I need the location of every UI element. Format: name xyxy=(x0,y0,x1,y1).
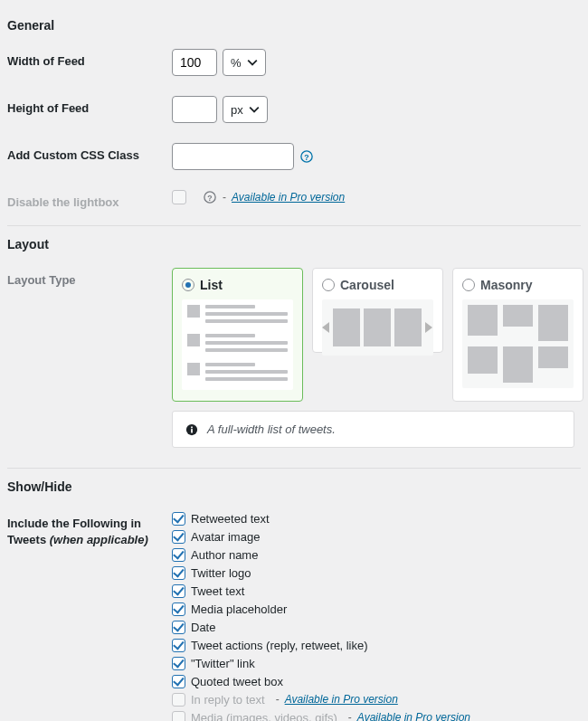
include-item[interactable]: Retweeted text xyxy=(172,510,470,527)
layout-list-label: List xyxy=(200,278,223,292)
radio-carousel[interactable] xyxy=(322,279,335,291)
section-showhide-title: Show/Hide xyxy=(7,479,581,494)
layout-carousel-thumb xyxy=(322,299,433,356)
height-input[interactable] xyxy=(172,96,217,123)
checkbox[interactable] xyxy=(172,639,185,652)
chevron-down-icon xyxy=(249,104,260,115)
include-item[interactable]: Tweet text xyxy=(172,583,470,599)
layout-masonry-label: Masonry xyxy=(480,278,533,292)
svg-text:?: ? xyxy=(304,153,308,162)
css-class-input[interactable] xyxy=(172,143,294,170)
checkbox[interactable] xyxy=(172,512,185,526)
include-item[interactable]: Date xyxy=(172,619,470,635)
radio-list[interactable] xyxy=(182,279,194,291)
include-item[interactable]: "Twitter" link xyxy=(172,655,470,671)
height-unit-select[interactable]: px xyxy=(223,96,268,123)
dash: - xyxy=(276,693,280,706)
include-label: Include the Following in Tweets (when ap… xyxy=(7,510,172,548)
include-item[interactable]: Media placeholder xyxy=(172,601,470,617)
include-item[interactable]: Avatar image xyxy=(172,528,470,545)
lightbox-checkbox xyxy=(172,190,186,204)
checkbox[interactable] xyxy=(172,675,185,688)
checkbox[interactable] xyxy=(172,584,185,598)
svg-rect-5 xyxy=(191,429,193,432)
svg-text:?: ? xyxy=(207,194,212,203)
pro-version-link[interactable]: Available in Pro version xyxy=(232,191,345,204)
checkbox[interactable] xyxy=(172,621,185,634)
include-item-label: Avatar image xyxy=(191,530,260,544)
checkbox[interactable] xyxy=(172,602,185,616)
dash: - xyxy=(223,191,226,204)
include-item[interactable]: Quoted tweet box xyxy=(172,673,470,689)
css-class-label: Add Custom CSS Class xyxy=(7,143,172,162)
width-input[interactable] xyxy=(172,49,217,76)
include-item-label: "Twitter" link xyxy=(191,657,255,670)
include-item: Media (images, videos, gifs) - Available… xyxy=(172,709,470,721)
layout-list-thumb xyxy=(182,299,293,390)
layout-option-carousel[interactable]: Carousel xyxy=(312,268,443,353)
checkbox[interactable] xyxy=(172,530,185,544)
width-label: Width of Feed xyxy=(7,49,172,68)
chevron-down-icon xyxy=(247,57,258,68)
include-item[interactable]: Twitter logo xyxy=(172,564,470,581)
layout-option-list[interactable]: List xyxy=(172,268,303,402)
layout-carousel-label: Carousel xyxy=(340,278,394,292)
include-item-label: Quoted tweet box xyxy=(191,675,283,688)
checkbox[interactable] xyxy=(172,566,185,580)
pro-version-link[interactable]: Available in Pro version xyxy=(357,711,470,721)
include-item-label: In reply to text xyxy=(191,693,265,707)
include-item-label: Media placeholder xyxy=(191,602,287,616)
checkbox[interactable] xyxy=(172,657,185,670)
width-unit-value: % xyxy=(231,56,242,70)
divider xyxy=(7,468,581,469)
pro-version-link[interactable]: Available in Pro version xyxy=(285,693,398,706)
radio-masonry[interactable] xyxy=(462,279,475,291)
include-item-label: Twitter logo xyxy=(191,566,251,580)
info-icon xyxy=(185,423,198,436)
layout-description: A full-width list of tweets. xyxy=(172,411,574,448)
height-label: Height of Feed xyxy=(7,96,172,115)
include-item-label: Date xyxy=(191,621,215,634)
include-item-label: Media (images, videos, gifs) xyxy=(191,711,337,722)
include-item-label: Author name xyxy=(191,548,258,562)
help-icon[interactable]: ? xyxy=(299,149,314,164)
width-unit-select[interactable]: % xyxy=(223,49,266,76)
section-layout-title: Layout xyxy=(7,237,581,251)
checkbox xyxy=(172,693,185,707)
help-icon[interactable]: ? xyxy=(203,190,217,204)
lightbox-label: Disable the lightbox xyxy=(7,190,172,209)
include-checklist: Retweeted textAvatar imageAuthor nameTwi… xyxy=(172,510,470,721)
layout-description-text: A full-width list of tweets. xyxy=(207,422,336,436)
checkbox[interactable] xyxy=(172,548,185,562)
layout-type-label: Layout Type xyxy=(7,268,172,287)
svg-rect-6 xyxy=(191,426,193,428)
dash: - xyxy=(348,711,352,721)
checkbox xyxy=(172,711,185,722)
divider xyxy=(7,225,581,226)
layout-option-masonry[interactable]: Masonry xyxy=(452,268,583,402)
include-item[interactable]: Tweet actions (reply, retweet, like) xyxy=(172,637,470,653)
include-item: In reply to text - Available in Pro vers… xyxy=(172,691,470,707)
height-unit-value: px xyxy=(231,103,243,117)
include-item[interactable]: Author name xyxy=(172,546,470,563)
include-item-label: Tweet text xyxy=(191,584,244,598)
section-general-title: General xyxy=(7,18,581,33)
layout-masonry-thumb xyxy=(462,299,574,388)
include-item-label: Tweet actions (reply, retweet, like) xyxy=(191,639,368,652)
include-item-label: Retweeted text xyxy=(191,512,270,526)
